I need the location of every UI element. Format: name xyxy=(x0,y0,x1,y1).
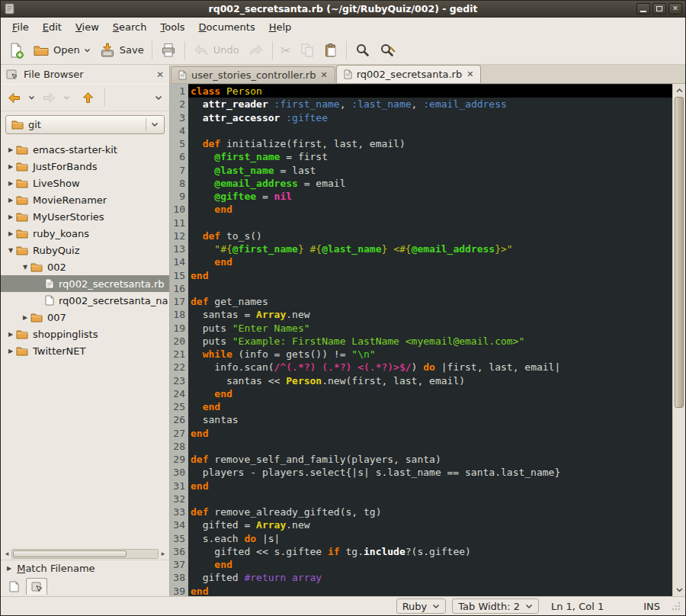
expander-collapsed-icon[interactable]: ▶ xyxy=(5,230,16,237)
paste-button[interactable] xyxy=(319,40,342,61)
line-number: 5 xyxy=(170,137,185,150)
tab-close-icon[interactable]: ✕ xyxy=(466,69,473,79)
expander-collapsed-icon[interactable]: ▶ xyxy=(5,331,16,338)
resize-grip[interactable] xyxy=(671,601,681,611)
tree-item-ruby-koans[interactable]: ▶ruby_koans xyxy=(1,225,169,242)
code-line: end xyxy=(188,400,672,413)
replace-button[interactable] xyxy=(375,40,400,61)
document-icon xyxy=(9,581,19,592)
scroll-left-arrow-icon[interactable]: ◂ xyxy=(2,548,11,560)
tree-item-justforbands[interactable]: ▶JustForBands xyxy=(1,158,169,175)
print-button[interactable] xyxy=(156,39,181,61)
menu-view[interactable]: View xyxy=(69,19,106,35)
menu-file[interactable]: File xyxy=(5,19,36,35)
up-button[interactable] xyxy=(79,88,97,107)
expander-collapsed-icon[interactable]: ▶ xyxy=(5,146,16,153)
tree-horizontal-scrollbar[interactable]: ◂ ▸ xyxy=(2,548,168,560)
tree-item-liveshow[interactable]: ▶LiveShow xyxy=(1,175,169,191)
file-browser-panel-tab[interactable] xyxy=(26,578,47,595)
undo-button[interactable]: Undo xyxy=(189,40,243,60)
tree-item-007[interactable]: ▶007 xyxy=(1,309,169,326)
save-button[interactable]: Save xyxy=(95,39,148,61)
nav-overflow-chevron-icon[interactable] xyxy=(152,92,165,104)
line-number: 39 xyxy=(170,585,185,597)
maximize-button[interactable] xyxy=(652,3,666,14)
language-combobox[interactable]: Ruby xyxy=(396,598,447,614)
new-document-button[interactable] xyxy=(4,39,28,62)
back-button[interactable] xyxy=(5,89,24,107)
tab-user-stories-controller-rb[interactable]: user_stories_controller.rb✕ xyxy=(171,66,335,83)
menu-edit[interactable]: Edit xyxy=(36,19,69,35)
tree-item-emacs-starter-kit[interactable]: ▶emacs-starter-kit xyxy=(1,141,169,158)
location-combobox[interactable]: git xyxy=(5,115,165,134)
scrollbar-thumb[interactable] xyxy=(675,97,684,408)
open-button[interactable]: Open xyxy=(29,40,95,61)
scroll-up-arrow-icon[interactable] xyxy=(673,84,685,97)
scroll-down-arrow-icon[interactable] xyxy=(673,583,685,596)
folder-icon xyxy=(30,313,43,322)
redo-button[interactable] xyxy=(244,40,268,60)
editor[interactable]: 1234567891011121314151617181920212223242… xyxy=(170,84,685,596)
tree-item-movierenamer[interactable]: ▶MovieRenamer xyxy=(1,191,169,208)
line-number: 24 xyxy=(170,387,185,400)
tab-close-icon[interactable]: ✕ xyxy=(320,70,327,80)
code-line: def remove_self_and_family(players, sant… xyxy=(188,453,672,466)
expander-collapsed-icon[interactable]: ▶ xyxy=(5,197,16,204)
back-dropdown-chevron-icon[interactable] xyxy=(25,92,38,103)
expander-collapsed-icon[interactable]: ▶ xyxy=(5,348,16,355)
gedit-app-icon xyxy=(4,3,15,14)
menu-search[interactable]: Search xyxy=(106,19,154,35)
line-number: 38 xyxy=(170,571,185,584)
match-filename-expander[interactable]: ▶ Match Filename xyxy=(1,560,169,576)
scrollbar-trough[interactable] xyxy=(11,549,159,559)
scrollbar-thumb[interactable] xyxy=(13,550,127,557)
folder-icon xyxy=(16,195,28,205)
document-tabbar: user_stories_controller.rb✕rq002_secrets… xyxy=(170,65,685,84)
code-view[interactable]: class Person attr_reader :first_name, :l… xyxy=(188,84,672,596)
tree-item-shoppinglists[interactable]: ▶shoppinglists xyxy=(1,326,169,342)
match-filename-label: Match Filename xyxy=(17,563,95,574)
tree-item-rubyquiz[interactable]: ▼RubyQuiz xyxy=(1,242,169,258)
expander-collapsed-icon[interactable]: ▶ xyxy=(20,314,30,321)
editor-vertical-scrollbar[interactable] xyxy=(672,84,685,596)
copy-button[interactable] xyxy=(296,40,319,61)
file-icon xyxy=(45,278,54,289)
file-browser-panel: File Browser ✕ git ▶emacs-starter-kit▶ xyxy=(1,65,170,596)
documents-panel-tab[interactable] xyxy=(3,578,24,595)
tree-item-twitternet[interactable]: ▶TwitterNET xyxy=(1,342,169,359)
scrollbar-trough[interactable] xyxy=(675,97,684,583)
close-button[interactable]: ✕ xyxy=(668,3,682,14)
panel-close-button[interactable]: ✕ xyxy=(156,69,164,80)
tree-item-myuserstories[interactable]: ▶MyUserStories xyxy=(1,208,169,225)
code-line: def to_s() xyxy=(188,229,672,242)
menu-help[interactable]: Help xyxy=(262,19,299,35)
tree-item-rq002-secretsanta-na[interactable]: rq002_secretsanta_na xyxy=(1,292,169,309)
toolbar: Open Save Undo ✂ xyxy=(1,36,685,65)
forward-dropdown-chevron-icon[interactable] xyxy=(60,92,73,103)
menu-tools[interactable]: Tools xyxy=(154,19,192,35)
expander-expanded-icon[interactable]: ▼ xyxy=(5,247,16,254)
expander-expanded-icon[interactable]: ▼ xyxy=(20,264,30,271)
line-number: 20 xyxy=(170,335,185,348)
scroll-right-arrow-icon[interactable]: ▸ xyxy=(159,548,168,560)
cut-button[interactable]: ✂ xyxy=(277,40,295,61)
tree-item-002[interactable]: ▼002 xyxy=(1,258,169,275)
find-button[interactable] xyxy=(351,40,374,61)
forward-button[interactable] xyxy=(40,89,59,107)
save-icon xyxy=(99,42,116,58)
expander-collapsed-icon[interactable]: ▶ xyxy=(5,180,16,187)
expander-collapsed-icon[interactable]: ▶ xyxy=(5,213,16,220)
tab-width-combobox[interactable]: Tab Width: 2 xyxy=(452,598,539,614)
menu-documents[interactable]: Documents xyxy=(192,19,262,35)
tab-rq002-secretsanta-rb[interactable]: rq002_secretsanta.rb✕ xyxy=(336,65,482,83)
main-area: File Browser ✕ git ▶emacs-starter-kit▶ xyxy=(1,65,685,596)
expander-collapsed-icon[interactable]: ▶ xyxy=(5,163,16,170)
tree-item-label: rq002_secretsanta.rb xyxy=(59,278,165,290)
search-icon xyxy=(354,43,370,58)
minimize-button[interactable] xyxy=(636,3,650,14)
tree-item-rq002-secretsanta-rb[interactable]: rq002_secretsanta.rb xyxy=(1,275,169,292)
side-panel-tab-switcher xyxy=(1,576,169,596)
line-number: 14 xyxy=(170,255,185,268)
titlebar[interactable]: rq002_secretsanta.rb (~/git/RubyQuiz/002… xyxy=(1,1,685,18)
file-icon xyxy=(45,295,54,306)
